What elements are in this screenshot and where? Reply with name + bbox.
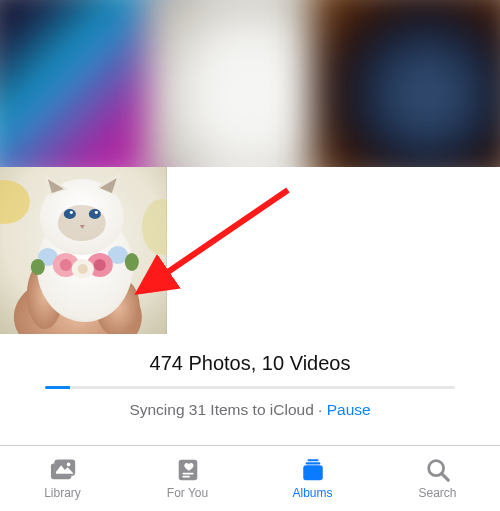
sync-status-line: Syncing 31 Items to iCloud · Pause bbox=[0, 401, 500, 419]
svg-point-16 bbox=[60, 259, 72, 271]
library-icon bbox=[48, 457, 78, 483]
svg-point-18 bbox=[94, 259, 106, 271]
grid-empty-cell bbox=[167, 167, 334, 334]
svg-point-9 bbox=[64, 209, 76, 219]
search-icon bbox=[423, 457, 453, 483]
svg-point-10 bbox=[89, 209, 101, 219]
tab-label: Search bbox=[418, 486, 456, 500]
svg-point-12 bbox=[95, 211, 98, 214]
tab-label: For You bbox=[167, 486, 208, 500]
svg-line-39 bbox=[441, 474, 448, 481]
svg-rect-35 bbox=[307, 459, 318, 461]
photo-grid bbox=[0, 0, 500, 334]
sync-progress-fill bbox=[45, 386, 70, 389]
for-you-icon bbox=[173, 457, 203, 483]
albums-icon bbox=[298, 457, 328, 483]
photo-thumb[interactable] bbox=[312, 0, 500, 188]
svg-point-11 bbox=[70, 211, 73, 214]
svg-point-22 bbox=[31, 259, 45, 275]
svg-point-31 bbox=[66, 463, 70, 467]
svg-rect-33 bbox=[182, 473, 193, 475]
tab-label: Albums bbox=[292, 486, 332, 500]
tab-bar: Library For You Albums Search bbox=[0, 445, 500, 511]
photo-thumb[interactable] bbox=[0, 167, 167, 334]
svg-point-21 bbox=[125, 253, 139, 271]
sync-status-text: Syncing 31 Items to iCloud bbox=[129, 401, 313, 418]
grid-empty-cell bbox=[333, 167, 500, 334]
tab-search[interactable]: Search bbox=[375, 446, 500, 511]
svg-rect-36 bbox=[305, 462, 320, 464]
svg-point-20 bbox=[78, 264, 88, 274]
pause-button[interactable]: Pause bbox=[327, 401, 371, 418]
tab-library[interactable]: Library bbox=[0, 446, 125, 511]
svg-rect-37 bbox=[303, 465, 323, 480]
svg-rect-34 bbox=[182, 476, 189, 478]
album-summary: 474 Photos, 10 Videos bbox=[0, 352, 500, 375]
sync-progress-bar bbox=[45, 386, 455, 389]
tab-label: Library bbox=[44, 486, 81, 500]
tab-albums[interactable]: Albums bbox=[250, 446, 375, 511]
tab-for-you[interactable]: For You bbox=[125, 446, 250, 511]
